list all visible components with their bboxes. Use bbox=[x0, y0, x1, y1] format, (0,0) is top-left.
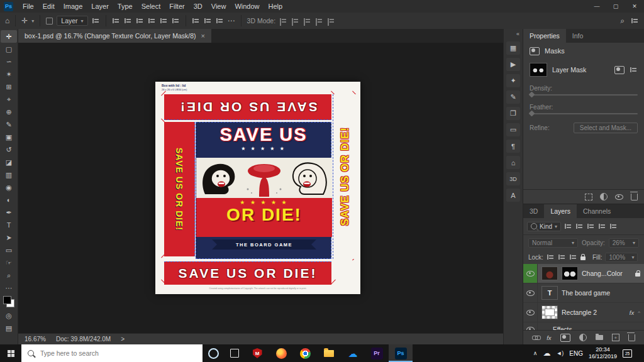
quick-mask-icon[interactable]: ◎ bbox=[1, 309, 17, 322]
taskbar-clock[interactable]: 20:34 16/12/2019 bbox=[589, 346, 617, 360]
paragraph-panel-icon[interactable]: ¶ bbox=[506, 140, 520, 153]
task-view-button[interactable] bbox=[224, 344, 245, 362]
eyedropper-tool[interactable]: ⌖ bbox=[1, 93, 17, 106]
maximize-button[interactable]: ▢ bbox=[606, 0, 625, 13]
crop-tool[interactable]: ⊞ bbox=[1, 80, 17, 93]
align-left-icon[interactable] bbox=[112, 17, 120, 25]
blend-mode-dropdown[interactable]: Normal ▾ bbox=[528, 238, 578, 248]
gradient-tool[interactable]: ▥ bbox=[1, 168, 17, 181]
taskbar-app-photoshop[interactable]: Ps bbox=[389, 344, 413, 362]
speaker-icon[interactable]: ◄) bbox=[556, 350, 564, 356]
shape-tool[interactable]: ▭ bbox=[1, 244, 17, 256]
align-right-icon[interactable] bbox=[136, 17, 144, 25]
menu-image[interactable]: Image bbox=[59, 0, 87, 13]
lock-position-icon[interactable] bbox=[569, 253, 577, 261]
workspace-switcher-icon[interactable] bbox=[631, 17, 639, 25]
vector-mask-icon[interactable] bbox=[630, 66, 638, 74]
text-layer-thumbnail[interactable]: T bbox=[541, 286, 558, 300]
shape-layer-thumbnail[interactable] bbox=[541, 305, 558, 319]
new-group-icon[interactable] bbox=[596, 335, 603, 340]
menu-3d[interactable]: 3D bbox=[189, 0, 207, 13]
3d-pan-icon[interactable] bbox=[303, 17, 311, 25]
auto-select-checkbox[interactable] bbox=[46, 18, 53, 25]
layer-thumbnail[interactable] bbox=[541, 266, 558, 280]
swatches-panel-icon[interactable]: ▦ bbox=[506, 41, 520, 55]
menu-select[interactable]: Select bbox=[137, 0, 165, 13]
taskbar-app-firefox[interactable] bbox=[269, 344, 293, 362]
3d-rotate-icon[interactable] bbox=[279, 17, 287, 25]
brush-tool[interactable]: ✎ bbox=[1, 118, 17, 131]
visibility-eye-icon[interactable] bbox=[526, 310, 535, 315]
tray-expand-caret-icon[interactable]: ∧ bbox=[533, 350, 538, 356]
action-center-icon[interactable]: 25 bbox=[623, 349, 632, 358]
tray-cloud-icon[interactable]: ☁ bbox=[543, 349, 550, 358]
menu-edit[interactable]: Edit bbox=[38, 0, 59, 13]
pen-tool[interactable]: ✒ bbox=[1, 206, 17, 219]
cortana-button[interactable] bbox=[203, 344, 224, 362]
visibility-eye-icon[interactable] bbox=[526, 271, 535, 277]
layer-name[interactable]: Chang...Color bbox=[582, 270, 631, 277]
lock-all-icon[interactable] bbox=[580, 256, 586, 260]
history-brush-tool[interactable]: ↺ bbox=[1, 143, 17, 156]
lock-pixels-icon[interactable] bbox=[558, 253, 566, 261]
lasso-tool[interactable]: ∽ bbox=[1, 55, 17, 68]
lock-transparency-icon[interactable] bbox=[547, 253, 555, 261]
canvas[interactable]: Box with lid : lid 26 x 26 x 6 L/B34 (cm… bbox=[18, 43, 503, 333]
brush-settings-panel-icon[interactable]: ✎ bbox=[506, 90, 520, 104]
zoom-tool[interactable]: ⌕ bbox=[1, 269, 17, 282]
dodge-tool[interactable]: ◐ bbox=[1, 194, 17, 206]
fx-collapse-icon[interactable]: ^ bbox=[638, 310, 640, 315]
start-button[interactable] bbox=[0, 344, 21, 362]
layer-row-the-board-game[interactable]: T The board game bbox=[523, 283, 644, 303]
character-panel-icon[interactable]: A bbox=[506, 189, 520, 202]
3d-slide-icon[interactable] bbox=[315, 17, 323, 25]
menu-window[interactable]: Window bbox=[230, 0, 264, 13]
delete-layer-icon[interactable] bbox=[628, 334, 635, 341]
status-chevron-icon[interactable]: > bbox=[121, 336, 125, 343]
expand-panels-icon[interactable]: « bbox=[516, 31, 519, 37]
filter-pixel-icon[interactable] bbox=[564, 222, 572, 230]
search-input[interactable] bbox=[39, 349, 196, 358]
taskbar-app-onedrive[interactable]: ☁ bbox=[341, 344, 365, 362]
layer-name[interactable]: The board game bbox=[562, 289, 640, 297]
clone-source-panel-icon[interactable]: ❐ bbox=[506, 107, 520, 120]
hand-tool[interactable]: ☞ bbox=[1, 256, 17, 269]
taskbar-search[interactable] bbox=[21, 344, 203, 362]
tab-properties[interactable]: Properties bbox=[523, 29, 566, 43]
libraries-panel-icon[interactable]: ⌂ bbox=[506, 156, 520, 169]
marquee-tool[interactable]: ▢ bbox=[1, 43, 17, 55]
move-tool[interactable]: ✛ bbox=[1, 30, 17, 43]
actions-panel-icon[interactable]: ▶ bbox=[506, 58, 520, 71]
filter-kind-dropdown[interactable]: Kind ▾ bbox=[527, 222, 561, 231]
timeline-panel-icon[interactable]: ▭ bbox=[506, 123, 520, 136]
menu-type[interactable]: Type bbox=[113, 0, 137, 13]
chevron-down-icon[interactable]: ▾ bbox=[31, 18, 34, 24]
align-center-h-icon[interactable] bbox=[124, 17, 132, 25]
filter-smart-object-icon[interactable] bbox=[609, 222, 618, 230]
add-layer-mask-icon[interactable] bbox=[560, 334, 570, 342]
zoom-level[interactable]: 16.67% bbox=[25, 336, 46, 343]
document-tab[interactable]: box-1.psd @ 16.7% (Change Texture Color,… bbox=[18, 29, 211, 43]
menu-layer[interactable]: Layer bbox=[87, 0, 113, 13]
align-middle-icon[interactable] bbox=[160, 17, 168, 25]
3d-panel-icon[interactable]: 3D bbox=[506, 172, 520, 185]
menu-filter[interactable]: Filter bbox=[165, 0, 189, 13]
tab-3d[interactable]: 3D bbox=[523, 204, 544, 218]
taskbar-app-mcafee[interactable]: M bbox=[245, 344, 269, 362]
home-icon[interactable]: ⌂ bbox=[5, 17, 9, 25]
filter-type-icon[interactable] bbox=[587, 222, 595, 230]
color-swatches[interactable] bbox=[3, 296, 14, 307]
styles-panel-icon[interactable]: ✦ bbox=[506, 74, 520, 87]
visibility-eye-icon[interactable] bbox=[526, 327, 535, 331]
menu-help[interactable]: Help bbox=[264, 0, 287, 13]
healing-brush-tool[interactable]: ⊕ bbox=[1, 106, 17, 118]
menu-view[interactable]: View bbox=[207, 0, 231, 13]
3d-scale-icon[interactable] bbox=[327, 17, 335, 25]
screen-mode-icon[interactable]: ▤ bbox=[1, 322, 17, 334]
language-indicator[interactable]: ENG bbox=[569, 350, 583, 357]
taskbar-app-premiere[interactable]: Pr bbox=[365, 344, 389, 362]
layer-row-change-texture-color[interactable]: Chang...Color bbox=[523, 264, 644, 283]
layer-mask-thumbnail[interactable] bbox=[530, 63, 547, 77]
new-layer-icon[interactable]: + bbox=[612, 334, 619, 341]
layer-row-effects[interactable]: Effects bbox=[523, 322, 644, 330]
